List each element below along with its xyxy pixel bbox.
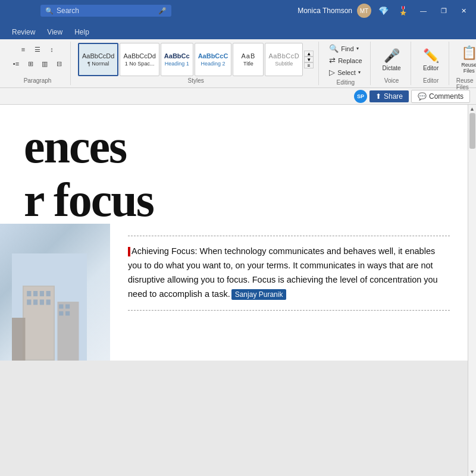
- reuse-label-group: Reuse Files: [456, 77, 476, 90]
- svg-rect-16: [12, 318, 26, 361]
- find-btn[interactable]: 🔍 Find ▾: [326, 43, 365, 54]
- scrollbar-thumb[interactable]: [469, 113, 475, 149]
- style-nospace-btn[interactable]: AaBbCcDd 1 No Spac...: [120, 43, 159, 76]
- indent-left-btn[interactable]: ≡: [17, 43, 30, 56]
- dashed-bottom: [128, 310, 450, 311]
- editing-label: Editing: [337, 79, 355, 86]
- style-heading1-btn[interactable]: AaBbCc Heading 1: [161, 43, 193, 76]
- svg-rect-6: [46, 291, 51, 296]
- scrollbar-right: ▲ ▼: [468, 105, 476, 476]
- text-panel: Achieving Focus: When technology communi…: [110, 224, 468, 361]
- svg-rect-2: [24, 287, 54, 359]
- styles-scroll-more[interactable]: ≡: [304, 62, 314, 68]
- find-icon: 🔍: [329, 44, 339, 53]
- reuse-icon: 📋: [461, 45, 476, 61]
- dictate-btn[interactable]: 🎤 Dictate: [378, 43, 406, 76]
- select-btn[interactable]: ▷ Select ▾: [326, 67, 365, 78]
- editor-label-group: Editor: [423, 77, 439, 84]
- reuse-group: 📋 Reuse Files Reuse Files: [452, 42, 476, 85]
- editor-icon: ✏️: [423, 48, 439, 64]
- svg-rect-5: [40, 291, 44, 296]
- styles-scroll-up[interactable]: ▲: [304, 51, 314, 57]
- sanjay-cursor: Sanjay Puranik: [231, 289, 287, 300]
- scroll-up-arrow[interactable]: ▲: [469, 106, 475, 112]
- reuse-btn[interactable]: 📋 Reuse Files: [456, 43, 476, 76]
- tab-help[interactable]: Help: [68, 25, 95, 39]
- style-title-btn[interactable]: AaB Title: [233, 43, 264, 76]
- styles-label: Styles: [187, 77, 203, 84]
- user-avatar[interactable]: MT: [357, 4, 371, 18]
- replace-icon: ⇄: [329, 56, 336, 65]
- editor-group: ✏️ Editor Editor: [414, 42, 449, 85]
- voice-label: Voice: [384, 77, 399, 84]
- search-input[interactable]: [57, 7, 155, 15]
- style-title-label: Title: [243, 61, 253, 67]
- share-button[interactable]: ⬆ Share: [369, 90, 409, 102]
- style-subtitle-btn[interactable]: AaBbCcD Subtitle: [265, 43, 303, 76]
- big-heading-area: ences r focus: [0, 105, 468, 224]
- heading-line2: r focus: [24, 176, 444, 224]
- style-nospace-preview: AaBbCcDd: [123, 52, 155, 60]
- reuse-label: Reuse Files: [461, 62, 476, 74]
- select-icon: ▷: [329, 68, 335, 77]
- minimize-button[interactable]: —: [415, 5, 431, 17]
- tab-review[interactable]: Review: [6, 25, 41, 39]
- svg-rect-10: [46, 299, 51, 305]
- style-normal-btn[interactable]: AaBbCcDd ¶ Normal: [78, 43, 118, 76]
- shade-btn[interactable]: ▥: [38, 57, 51, 70]
- select-label: Select: [337, 69, 356, 76]
- diamond-icon[interactable]: 💎: [376, 5, 391, 17]
- find-chevron: ▾: [356, 46, 359, 51]
- tab-view[interactable]: View: [41, 25, 68, 39]
- bullets-btn[interactable]: •≡: [10, 57, 23, 70]
- title-bar-right: Monica Thomson MT 💎 🎖️ — ❐ ✕: [298, 4, 471, 18]
- numbered-list-btn[interactable]: ☰: [31, 43, 44, 56]
- dashed-top: [128, 236, 450, 236]
- scroll-down-arrow[interactable]: ▼: [469, 469, 475, 475]
- collab-avatar: SP: [354, 90, 367, 103]
- para-row-2: •≡ ⊞ ▥ ⊟: [10, 57, 65, 70]
- search-box[interactable]: 🔍 🎤: [40, 5, 171, 17]
- ribbon-tabs: Review View Help: [0, 21, 476, 39]
- editor-btn[interactable]: ✏️ Editor: [418, 43, 444, 76]
- share-icon: ⬆: [375, 92, 381, 101]
- ribbon-icon[interactable]: 🎖️: [396, 5, 411, 17]
- para-row-1: ≡ ☰ ↕: [17, 43, 58, 56]
- style-heading1-preview: AaBbCc: [164, 52, 190, 60]
- style-heading2-preview: AaBbCcC: [198, 52, 228, 60]
- styles-scroll: ▲ ▼ ≡: [304, 51, 314, 68]
- heading-line1: ences: [24, 123, 444, 170]
- title-bar: 🔍 🎤 Monica Thomson MT 💎 🎖️ — ❐ ✕: [0, 0, 476, 21]
- svg-rect-14: [59, 311, 63, 315]
- close-button[interactable]: ✕: [456, 5, 471, 17]
- style-normal-label: ¶ Normal: [87, 61, 109, 67]
- style-nospace-label: 1 No Spac...: [125, 61, 155, 67]
- styles-group: AaBbCcDd ¶ Normal AaBbCcDd 1 No Spac... …: [73, 42, 319, 85]
- replace-btn[interactable]: ⇄ Replace: [326, 55, 365, 66]
- style-heading1-label: Heading 1: [165, 61, 189, 67]
- voice-group: 🎤 Dictate Voice: [373, 42, 411, 85]
- svg-rect-3: [27, 291, 31, 296]
- svg-rect-4: [33, 291, 37, 296]
- list-btn[interactable]: ⊞: [24, 57, 37, 70]
- document-content: ences r focus: [0, 105, 468, 476]
- user-name: Monica Thomson: [298, 7, 352, 15]
- building-svg: [12, 253, 87, 361]
- comments-icon: 💬: [418, 92, 427, 101]
- red-cursor-marker: [128, 247, 130, 256]
- svg-rect-12: [59, 305, 63, 309]
- find-label: Find: [341, 45, 353, 52]
- cortana-icon: 🎤: [158, 7, 167, 15]
- svg-rect-8: [33, 299, 37, 305]
- dictate-icon: 🎤: [384, 48, 400, 64]
- maximize-button[interactable]: ❐: [436, 5, 452, 17]
- editing-group: 🔍 Find ▾ ⇄ Replace ▷ Select ▾ Editing: [321, 42, 370, 85]
- paragraph-label: Paragraph: [24, 77, 52, 84]
- replace-label: Replace: [338, 57, 362, 64]
- style-heading2-btn[interactable]: AaBbCcC Heading 2: [195, 43, 232, 76]
- share-bar: SP ⬆ Share 💬 Comments: [0, 88, 476, 105]
- comments-button[interactable]: 💬 Comments: [411, 90, 470, 103]
- styles-scroll-down[interactable]: ▼: [304, 57, 314, 62]
- borders-btn[interactable]: ⊟: [52, 57, 65, 70]
- sort-btn[interactable]: ↕: [45, 43, 58, 56]
